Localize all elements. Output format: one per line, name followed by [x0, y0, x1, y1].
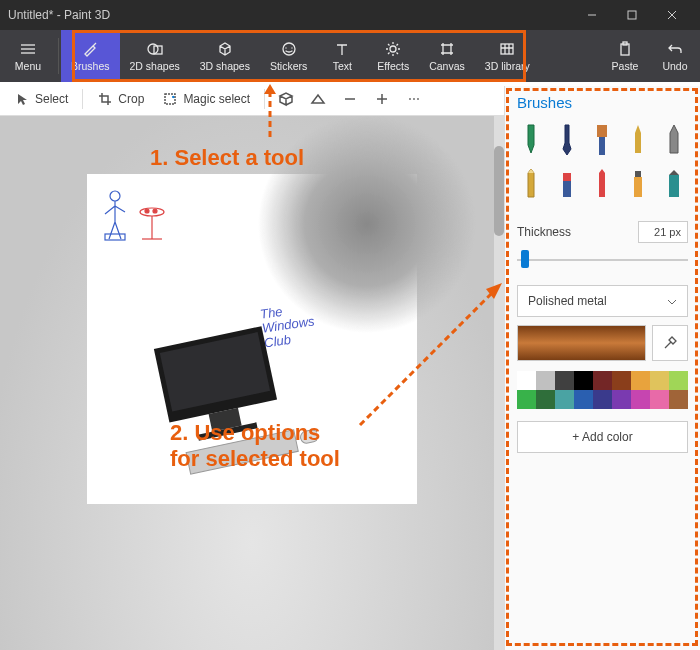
magic-select-tool[interactable]: Magic select	[154, 86, 258, 112]
ribbon-spacer	[540, 30, 600, 82]
palette-swatch[interactable]	[669, 390, 688, 409]
undo-label: Undo	[662, 60, 687, 72]
palette-swatch[interactable]	[669, 371, 688, 390]
menu-button[interactable]: Menu	[0, 30, 56, 82]
chevron-down-icon	[667, 294, 677, 308]
select-tool[interactable]: Select	[6, 86, 76, 112]
2d-shapes-label: 2D shapes	[130, 60, 180, 72]
svg-rect-12	[621, 44, 629, 55]
crop-tool[interactable]: Crop	[89, 86, 152, 112]
3d-shapes-label: 3D shapes	[200, 60, 250, 72]
menu-icon	[19, 40, 37, 58]
material-dropdown[interactable]: Polished metal	[517, 285, 688, 317]
more-button[interactable]: ⋯	[399, 84, 429, 114]
svg-rect-11	[501, 44, 513, 54]
workspace: The Windows Club	[0, 116, 504, 650]
fill-brush[interactable]	[663, 167, 685, 201]
slider-track	[517, 259, 688, 261]
undo-button[interactable]: Undo	[650, 30, 700, 82]
palette-swatch[interactable]	[536, 371, 555, 390]
maximize-button[interactable]	[612, 0, 652, 30]
brushes-panel: Brushes Thickness 21 px Polished metal +…	[504, 86, 700, 650]
eraser-brush[interactable]	[556, 167, 578, 201]
watercolor-brush[interactable]	[627, 123, 649, 157]
svg-rect-14	[165, 94, 175, 104]
ribbon: Menu Brushes 2D shapes 3D shapes Sticker…	[0, 30, 700, 82]
color-palette	[517, 371, 688, 409]
brush-texture	[257, 116, 477, 334]
select-label: Select	[35, 92, 68, 106]
paste-button[interactable]: Paste	[600, 30, 650, 82]
palette-swatch[interactable]	[574, 390, 593, 409]
3d-library-tab[interactable]: 3D library	[475, 30, 540, 82]
window-title: Untitled* - Paint 3D	[8, 8, 572, 22]
svg-rect-19	[105, 234, 125, 240]
svg-rect-31	[599, 137, 605, 155]
computer-drawing	[147, 324, 317, 484]
effects-tab[interactable]: Effects	[367, 30, 419, 82]
slider-thumb[interactable]	[521, 250, 529, 268]
cursor-icon	[14, 91, 30, 107]
palette-swatch[interactable]	[555, 371, 574, 390]
calligraphy-brush[interactable]	[556, 123, 578, 157]
palette-swatch[interactable]	[612, 390, 631, 409]
svg-point-10	[390, 46, 396, 52]
palette-swatch[interactable]	[631, 390, 650, 409]
svg-point-22	[145, 209, 149, 213]
current-color-swatch[interactable]	[517, 325, 646, 361]
palette-swatch[interactable]	[593, 390, 612, 409]
pixel-pen-brush[interactable]	[663, 123, 685, 157]
oil-brush[interactable]	[591, 123, 613, 157]
current-color-row	[517, 325, 688, 361]
crayon-brush[interactable]	[591, 167, 613, 201]
thickness-label: Thickness	[517, 225, 571, 239]
palette-swatch[interactable]	[612, 371, 631, 390]
zoom-in-button[interactable]	[367, 84, 397, 114]
svg-point-9	[283, 43, 295, 55]
crop-label: Crop	[118, 92, 144, 106]
thickness-input[interactable]: 21 px	[638, 221, 688, 243]
palette-swatch[interactable]	[631, 371, 650, 390]
shapes-3d-icon	[216, 40, 234, 58]
spray-brush[interactable]	[627, 167, 649, 201]
pencil-brush[interactable]	[520, 167, 542, 201]
text-tab[interactable]: Text	[317, 30, 367, 82]
undo-icon	[666, 40, 684, 58]
toolbar-separator	[82, 89, 83, 109]
minimize-button[interactable]	[572, 0, 612, 30]
svg-rect-35	[635, 171, 641, 177]
canvas-tab[interactable]: Canvas	[419, 30, 475, 82]
palette-swatch[interactable]	[536, 390, 555, 409]
palette-swatch[interactable]	[574, 371, 593, 390]
text-label: Text	[333, 60, 352, 72]
thickness-slider[interactable]	[517, 247, 688, 271]
library-icon	[498, 40, 516, 58]
scrollbar-thumb[interactable]	[494, 146, 504, 236]
stickers-tab[interactable]: Stickers	[260, 30, 317, 82]
eyedropper-button[interactable]	[652, 325, 688, 361]
scrollbar-track[interactable]	[494, 116, 504, 650]
svg-rect-33	[563, 173, 571, 181]
brushes-tab[interactable]: Brushes	[61, 30, 120, 82]
svg-rect-34	[634, 177, 642, 197]
view-mixed-button[interactable]	[303, 84, 333, 114]
canvas-area[interactable]: The Windows Club	[87, 174, 417, 504]
effects-icon	[384, 40, 402, 58]
2d-shapes-tab[interactable]: 2D shapes	[120, 30, 190, 82]
palette-swatch[interactable]	[593, 371, 612, 390]
view-3d-button[interactable]	[271, 84, 301, 114]
brush-icon	[81, 40, 99, 58]
3d-shapes-tab[interactable]: 3D shapes	[190, 30, 260, 82]
ribbon-separator	[58, 38, 59, 74]
palette-swatch[interactable]	[650, 371, 669, 390]
add-color-button[interactable]: + Add color	[517, 421, 688, 453]
palette-swatch[interactable]	[650, 390, 669, 409]
close-button[interactable]	[652, 0, 692, 30]
brushes-label: Brushes	[71, 60, 110, 72]
menu-label: Menu	[15, 60, 41, 72]
palette-swatch[interactable]	[517, 371, 536, 390]
marker-brush[interactable]	[520, 123, 542, 157]
palette-swatch[interactable]	[517, 390, 536, 409]
zoom-out-button[interactable]	[335, 84, 365, 114]
palette-swatch[interactable]	[555, 390, 574, 409]
